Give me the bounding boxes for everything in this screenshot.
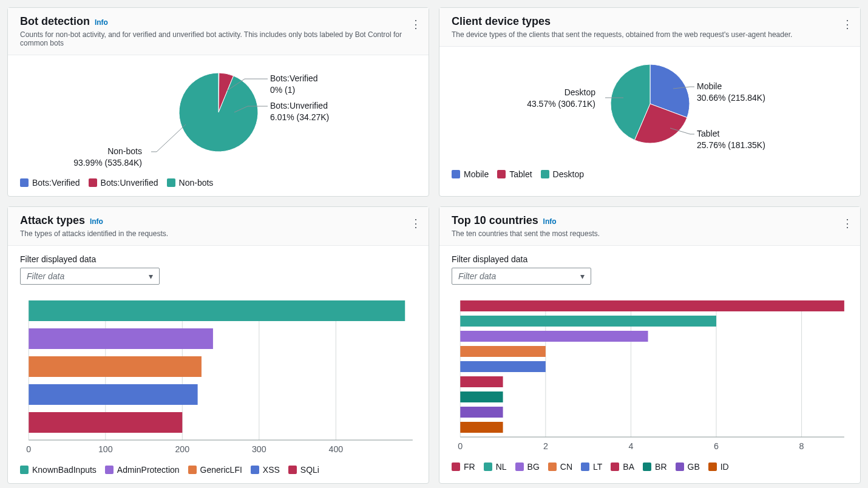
kebab-menu-icon[interactable]: ⋮ — [842, 19, 853, 30]
svg-text:8: 8 — [799, 441, 804, 451]
panel-desc: Counts for non-bot activity, and for ver… — [20, 30, 416, 47]
kebab-menu-icon[interactable]: ⋮ — [842, 218, 853, 229]
filter-label: Filter displayed data — [20, 254, 416, 264]
panel-desc: The device types of the clients that sen… — [452, 30, 848, 39]
filter-dropdown[interactable]: Filter data ▾ — [20, 268, 160, 285]
legend-label: BA — [623, 462, 634, 472]
legend-swatch — [188, 466, 197, 474]
legend-label: Bots:Verified — [32, 178, 80, 188]
legend-swatch — [167, 178, 175, 187]
legend-swatch — [452, 463, 460, 471]
legend-label: AdminProtection — [117, 465, 180, 475]
legend-item: BA — [611, 462, 634, 472]
legend-swatch — [541, 170, 549, 178]
info-link[interactable]: Info — [543, 217, 557, 226]
svg-text:100: 100 — [98, 444, 113, 454]
svg-text:0: 0 — [458, 441, 463, 451]
info-link[interactable]: Info — [90, 217, 103, 226]
callout-name: Tablet — [697, 129, 719, 138]
legend-swatch — [288, 466, 297, 474]
legend-swatch — [89, 178, 97, 187]
bar-KnownBadInputs — [29, 300, 405, 321]
legend-swatch — [643, 463, 651, 471]
legend-item: ID — [708, 462, 729, 472]
bar-SQLi — [29, 412, 182, 433]
legend-swatch — [20, 466, 29, 474]
bar-BG — [460, 331, 648, 342]
callout-name: Bots:Unverified — [270, 101, 328, 110]
legend-item: XSS — [251, 465, 280, 475]
filter-placeholder: Filter data — [27, 271, 64, 281]
svg-text:300: 300 — [252, 444, 266, 454]
caret-down-icon: ▾ — [580, 271, 585, 281]
legend-swatch — [497, 170, 506, 178]
legend-label: Tablet — [509, 169, 532, 179]
panel-title: Bot detection — [20, 15, 90, 27]
legend-label: LT — [593, 462, 602, 472]
legend: Bots:VerifiedBots:UnverifiedNon-bots — [20, 178, 416, 188]
legend-label: XSS — [263, 465, 280, 475]
legend-item: SQLi — [288, 465, 319, 475]
legend: KnownBadInputsAdminProtectionGenericLFIX… — [20, 465, 416, 475]
legend-item: GB — [676, 462, 700, 472]
callout-name: Bots:Verified — [270, 73, 318, 83]
filter-label: Filter displayed data — [452, 254, 848, 264]
legend-item: GenericLFI — [188, 465, 242, 475]
device-pie-chart: Mobile 30.66% (215.84K) Tablet 25.76% (1… — [452, 55, 848, 164]
legend-item: CN — [548, 462, 572, 472]
panel-top-countries: Top 10 countries Info The ten countries … — [439, 206, 861, 484]
filter-dropdown[interactable]: Filter data ▾ — [452, 268, 591, 285]
svg-text:2: 2 — [543, 441, 548, 451]
legend-label: Non-bots — [179, 178, 214, 188]
caret-down-icon: ▾ — [149, 271, 153, 281]
info-link[interactable]: Info — [95, 18, 108, 27]
legend-item: NL — [484, 462, 507, 472]
legend: MobileTabletDesktop — [452, 169, 848, 179]
legend-item: AdminProtection — [105, 465, 180, 475]
svg-text:0: 0 — [26, 444, 31, 454]
panel-header: Attack types Info The types of attacks i… — [8, 207, 429, 246]
callout-name: Mobile — [697, 81, 722, 91]
panel-title: Client device types — [452, 15, 551, 27]
legend-label: ID — [721, 462, 729, 472]
kebab-menu-icon[interactable]: ⋮ — [410, 218, 421, 229]
bar-GenericLFI — [29, 356, 202, 377]
panel-title: Attack types — [20, 214, 85, 226]
legend-item: BG — [515, 462, 540, 472]
bar-GB — [460, 407, 503, 418]
bar-ID — [460, 422, 503, 433]
legend-label: GB — [688, 462, 700, 472]
legend-label: BR — [655, 462, 666, 472]
legend-label: KnownBadInputs — [32, 465, 97, 475]
legend-swatch — [548, 463, 557, 471]
callout-value: 6.01% (34.27K) — [270, 112, 329, 123]
legend-swatch — [708, 463, 717, 471]
legend-swatch — [515, 463, 524, 471]
legend-item: Tablet — [497, 169, 532, 179]
panel-header: Client device types The device types of … — [439, 8, 860, 47]
panel-title: Top 10 countries — [452, 214, 538, 226]
legend-label: Bots:Unverified — [101, 178, 158, 188]
legend-item: LT — [581, 462, 602, 472]
panel-desc: The ten countries that sent the most req… — [452, 229, 848, 238]
legend: FRNLBGCNLTBABRGBID — [452, 462, 848, 472]
svg-text:4: 4 — [628, 441, 633, 451]
panel-header: Bot detection Info Counts for non-bot ac… — [8, 8, 429, 55]
legend-swatch — [676, 463, 684, 471]
bar-BR — [460, 391, 503, 402]
bot-pie-chart: Bots:Verified 0% (1) Bots:Unverified 6.0… — [20, 64, 416, 173]
legend-swatch — [105, 466, 114, 474]
bar-AdminProtection — [29, 328, 213, 349]
countries-bar-chart: 02468 — [452, 294, 848, 457]
legend-label: BG — [527, 462, 540, 472]
legend-swatch — [20, 178, 29, 187]
legend-swatch — [251, 466, 259, 474]
svg-text:200: 200 — [175, 444, 189, 454]
callout-value: 30.66% (215.84K) — [697, 92, 765, 104]
kebab-menu-icon[interactable]: ⋮ — [410, 19, 421, 30]
legend-item: KnownBadInputs — [20, 465, 97, 475]
callout-name: Non-bots — [107, 146, 142, 156]
legend-label: CN — [560, 462, 572, 472]
bar-NL — [460, 316, 716, 327]
legend-label: Mobile — [464, 169, 489, 179]
